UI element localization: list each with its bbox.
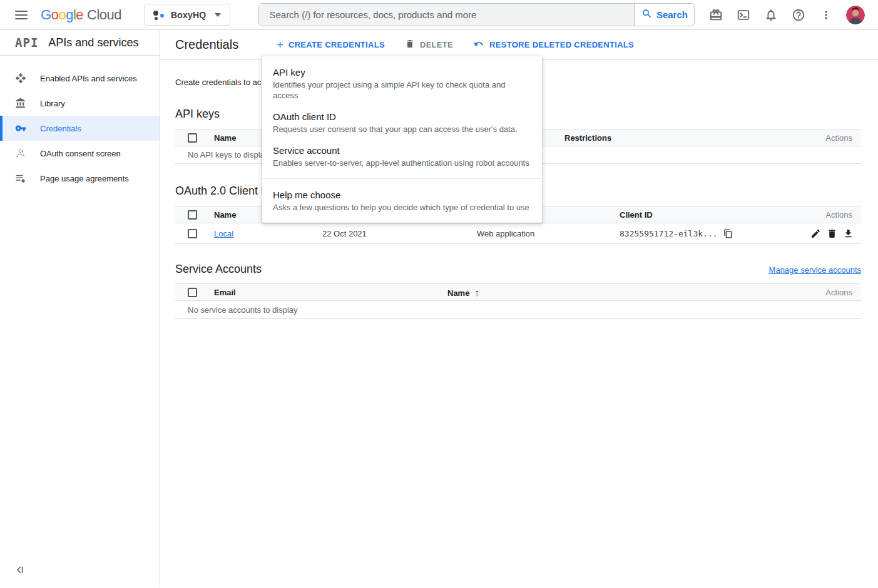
column-header-email: Email (214, 288, 447, 297)
logo-letter: o (51, 7, 59, 23)
sidebar-item-enabled-apis[interactable]: Enabled APIs and services (0, 66, 160, 91)
service-accounts-heading: Service Accounts (175, 263, 262, 276)
delete-trash-icon[interactable] (827, 228, 837, 239)
logo-letter: g (66, 7, 73, 23)
library-icon (15, 98, 26, 109)
menu-divider (262, 178, 542, 179)
consent-person-icon (15, 148, 26, 159)
create-credentials-menu: API key Identifies your project using a … (262, 56, 542, 223)
search-button-label: Search (656, 9, 688, 20)
column-header-client-id: Client ID (620, 210, 799, 220)
logo-cloud-text: Cloud (87, 7, 121, 23)
notifications-bell-icon[interactable] (763, 8, 778, 23)
select-all-checkbox[interactable] (188, 133, 197, 143)
oauth-client-name-link[interactable]: Local (214, 229, 233, 238)
sidebar-nav: Enabled APIs and services Library Creden… (0, 56, 160, 191)
menu-item-oauth-client-id[interactable]: OAuth client ID Requests user consent so… (262, 106, 542, 139)
delete-label: DELETE (420, 40, 453, 49)
sort-asc-icon: ↑ (474, 287, 479, 298)
more-options-icon[interactable] (819, 8, 834, 23)
project-name: BoxyHQ (171, 10, 206, 20)
delete-button[interactable]: DELETE (405, 39, 453, 51)
create-credentials-button[interactable]: + CREATE CREDENTIALS (277, 39, 385, 51)
search-input[interactable] (259, 4, 634, 26)
sidebar-product-title: APIs and services (48, 36, 138, 49)
chevron-down-icon (215, 13, 221, 17)
undo-icon (473, 39, 484, 51)
sidebar-item-label: OAuth consent screen (40, 149, 121, 158)
sidebar-item-page-usage[interactable]: Page usage agreements (0, 166, 160, 191)
menu-item-title: Service account (273, 144, 531, 156)
column-header-restrictions: Restrictions (564, 133, 805, 143)
topbar-icon-group (708, 6, 865, 24)
menu-item-title: Help me choose (273, 189, 531, 201)
collapse-sidebar-icon[interactable] (15, 565, 25, 577)
menu-item-description: Enables server-to-server, app-level auth… (273, 158, 531, 168)
creation-date-cell: 22 Oct 2021 (322, 229, 477, 238)
column-header-name[interactable]: Name↑ (447, 287, 799, 298)
sidebar: API APIs and services Enabled APIs and s… (0, 30, 160, 587)
column-header-actions: Actions (799, 288, 861, 297)
column-header-actions: Actions (805, 133, 861, 143)
help-icon[interactable] (791, 8, 806, 23)
sidebar-item-label: Page usage agreements (40, 174, 129, 183)
create-credentials-label: CREATE CREDENTIALS (288, 40, 385, 49)
cloud-shell-icon[interactable] (736, 8, 751, 23)
sidebar-header: API APIs and services (0, 30, 160, 56)
key-icon (15, 123, 26, 134)
service-accounts-empty-state: No service accounts to display (175, 301, 861, 319)
hamburger-menu-icon[interactable] (15, 8, 28, 22)
client-id-value: 83255951712-eil3k... (620, 229, 718, 238)
page-title: Credentials (175, 38, 238, 52)
column-header-actions: Actions (799, 210, 861, 220)
sidebar-item-label: Credentials (40, 124, 81, 133)
top-bar: Google Cloud BoxyHQ Search (0, 0, 878, 30)
list-gear-icon (15, 173, 26, 184)
oauth-client-row: Local 22 Oct 2021 Web application 832559… (175, 223, 861, 244)
sidebar-item-label: Library (40, 99, 65, 108)
search-icon (641, 8, 653, 21)
restore-label: RESTORE DELETED CREDENTIALS (489, 40, 634, 49)
menu-item-description: Identifies your project using a simple A… (273, 79, 531, 101)
plus-icon: + (277, 39, 283, 51)
logo-letter: o (58, 7, 66, 23)
menu-item-title: API key (273, 66, 531, 78)
download-icon[interactable] (843, 228, 854, 239)
menu-item-help-me-choose[interactable]: Help me choose Asks a few questions to h… (262, 184, 542, 218)
menu-item-service-account[interactable]: Service account Enables server-to-server… (262, 139, 542, 173)
api-product-logo: API (15, 36, 38, 49)
copy-icon[interactable] (723, 229, 733, 238)
row-checkbox[interactable] (188, 229, 197, 238)
gift-icon[interactable] (708, 8, 723, 23)
open-with-icon (15, 73, 26, 84)
restore-deleted-credentials-button[interactable]: RESTORE DELETED CREDENTIALS (473, 39, 634, 51)
page-header: Credentials + CREATE CREDENTIALS DELETE … (160, 30, 878, 60)
menu-item-api-key[interactable]: API key Identifies your project using a … (262, 61, 542, 106)
service-accounts-table-header: Email Name↑ Actions (175, 284, 861, 301)
manage-service-accounts-link[interactable]: Manage service accounts (769, 265, 861, 275)
menu-item-description: Requests user consent so that your app c… (273, 124, 531, 134)
sidebar-item-credentials[interactable]: Credentials (0, 116, 160, 141)
edit-pencil-icon[interactable] (810, 228, 821, 239)
sidebar-item-oauth-consent[interactable]: OAuth consent screen (0, 141, 160, 166)
logo-letter: G (41, 7, 51, 23)
logo-letter: e (76, 7, 83, 23)
select-all-checkbox[interactable] (188, 288, 197, 297)
project-selector[interactable]: BoxyHQ (144, 4, 230, 26)
service-accounts-table: Email Name↑ Actions No service accounts … (175, 283, 861, 319)
trash-icon (405, 39, 415, 51)
user-avatar[interactable] (846, 6, 865, 24)
project-icon (153, 9, 165, 21)
sidebar-item-label: Enabled APIs and services (40, 74, 137, 83)
sidebar-item-library[interactable]: Library (0, 91, 160, 116)
type-cell: Web application (477, 229, 620, 238)
search-button[interactable]: Search (634, 4, 694, 26)
google-cloud-logo: Google Cloud (41, 7, 121, 23)
select-all-checkbox[interactable] (188, 210, 197, 220)
menu-item-description: Asks a few questions to help you decide … (273, 202, 531, 213)
search-bar: Search (258, 3, 695, 26)
menu-item-title: OAuth client ID (273, 111, 531, 123)
